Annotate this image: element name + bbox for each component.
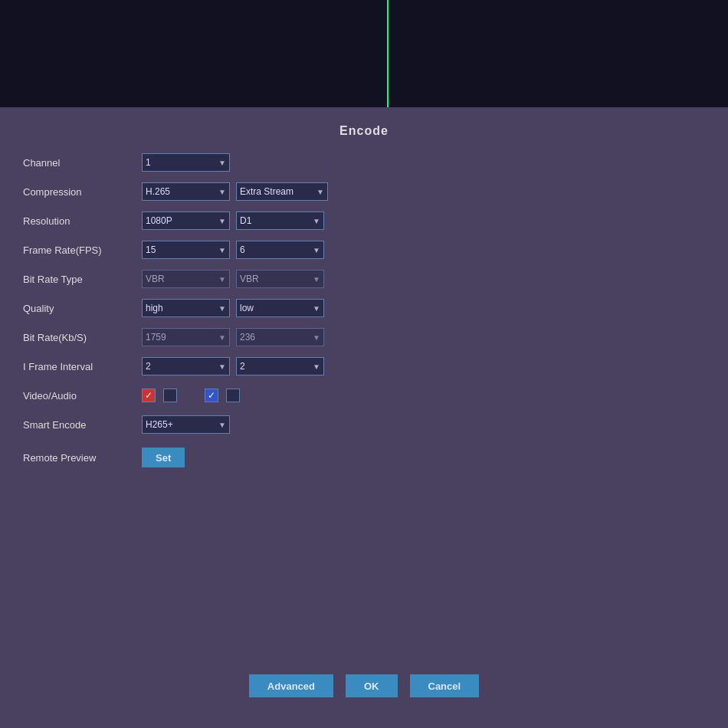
- channel-label: Channel: [23, 157, 142, 169]
- videoaudio-label: Video/Audio: [23, 390, 142, 402]
- quality-arrow2: ▼: [313, 304, 320, 313]
- bitratetype-value1: VBR: [146, 274, 165, 284]
- video1-check-icon: ✓: [145, 390, 152, 401]
- video2-checkbox-item: ✓: [205, 389, 218, 402]
- dialog-overlay: Encode Channel 1 ▼ Compression H.265 ▼: [0, 107, 728, 728]
- bitrate-select2[interactable]: 236 ▼: [236, 328, 324, 346]
- bitrate-value2: 236: [240, 332, 255, 343]
- framerate-arrow2: ▼: [313, 246, 320, 254]
- resolution-label: Resolution: [23, 215, 142, 227]
- set-button[interactable]: Set: [142, 448, 185, 467]
- iframe-select1[interactable]: 2 ▼: [142, 357, 230, 375]
- compression-select2[interactable]: Extra Stream ▼: [236, 182, 328, 201]
- smartencode-arrow: ▼: [218, 421, 226, 429]
- video1-checkbox[interactable]: ✓: [142, 389, 156, 402]
- bitrate-arrow1: ▼: [218, 333, 226, 342]
- resolution-arrow2: ▼: [313, 217, 320, 225]
- iframe-row: I Frame Interval 2 ▼ 2 ▼: [23, 354, 705, 379]
- bitrate-arrow2: ▼: [313, 333, 320, 342]
- bitratetype-arrow1: ▼: [218, 275, 226, 284]
- camera-preview: [0, 0, 728, 107]
- resolution-select2[interactable]: D1 ▼: [236, 212, 324, 230]
- vertical-line: [387, 0, 389, 107]
- compression-select1[interactable]: H.265 ▼: [142, 182, 230, 201]
- bitrate-value1: 1759: [146, 332, 166, 343]
- channel-row: Channel 1 ▼: [23, 150, 705, 175]
- smartencode-value: H265+: [146, 419, 173, 430]
- cancel-button[interactable]: Cancel: [410, 674, 480, 697]
- iframe-value2: 2: [240, 361, 245, 372]
- bitratetype-label: Bit Rate Type: [23, 274, 142, 285]
- compression-arrow2: ▼: [316, 188, 324, 196]
- quality-row: Quality high ▼ low ▼: [23, 296, 705, 320]
- bitratetype-value2: VBR: [240, 274, 259, 284]
- compression-row: Compression H.265 ▼ Extra Stream ▼: [23, 179, 705, 204]
- bitratetype-row: Bit Rate Type VBR ▼ VBR ▼: [23, 267, 705, 291]
- bitratetype-arrow2: ▼: [313, 275, 320, 284]
- resolution-arrow1: ▼: [218, 217, 226, 225]
- channel-value: 1: [146, 157, 151, 168]
- quality-select1[interactable]: high ▼: [142, 299, 230, 317]
- resolution-value2: D1: [240, 215, 251, 226]
- bitrate-row: Bit Rate(Kb/S) 1759 ▼ 236 ▼: [23, 325, 705, 349]
- bitratetype-select1[interactable]: VBR ▼: [142, 270, 230, 288]
- bitratetype-select2[interactable]: VBR ▼: [236, 270, 324, 288]
- iframe-value1: 2: [146, 361, 151, 372]
- quality-label: Quality: [23, 303, 142, 314]
- compression-value2: Extra Stream: [240, 186, 293, 197]
- bitrate-select1[interactable]: 1759 ▼: [142, 328, 230, 346]
- iframe-label: I Frame Interval: [23, 361, 142, 372]
- bitrate-label: Bit Rate(Kb/S): [23, 332, 142, 343]
- videoaudio-row: Video/Audio ✓ ✓: [23, 383, 705, 408]
- advanced-button[interactable]: Advanced: [249, 674, 333, 697]
- framerate-label: Frame Rate(FPS): [23, 244, 142, 256]
- framerate-arrow1: ▼: [218, 246, 226, 254]
- dialog-title: Encode: [8, 115, 720, 150]
- smartencode-label: Smart Encode: [23, 419, 142, 431]
- iframe-select2[interactable]: 2 ▼: [236, 357, 324, 375]
- video2-checkbox[interactable]: ✓: [205, 389, 218, 402]
- remote-preview-row: Remote Preview Set: [23, 448, 705, 467]
- framerate-value1: 15: [146, 244, 156, 255]
- channel-arrow: ▼: [218, 159, 226, 167]
- quality-value2: low: [240, 303, 254, 313]
- form-area: Channel 1 ▼ Compression H.265 ▼ Extra St…: [8, 150, 720, 467]
- framerate-select2[interactable]: 6 ▼: [236, 241, 324, 259]
- framerate-select1[interactable]: 15 ▼: [142, 241, 230, 259]
- audio2-checkbox[interactable]: [226, 389, 240, 402]
- video2-check-icon: ✓: [208, 390, 215, 401]
- compression-value1: H.265: [146, 186, 170, 197]
- smartencode-row: Smart Encode H265+ ▼: [23, 412, 705, 437]
- quality-arrow1: ▼: [218, 304, 226, 313]
- resolution-select1[interactable]: 1080P ▼: [142, 212, 230, 230]
- resolution-row: Resolution 1080P ▼ D1 ▼: [23, 208, 705, 233]
- resolution-value1: 1080P: [146, 215, 172, 226]
- ok-button[interactable]: OK: [346, 674, 398, 697]
- framerate-value2: 6: [240, 244, 245, 255]
- quality-select2[interactable]: low ▼: [236, 299, 324, 317]
- audio1-checkbox[interactable]: [163, 389, 177, 402]
- iframe-arrow1: ▼: [218, 362, 226, 371]
- compression-label: Compression: [23, 186, 142, 198]
- framerate-row: Frame Rate(FPS) 15 ▼ 6 ▼: [23, 238, 705, 262]
- audio2-checkbox-item: [226, 389, 240, 402]
- iframe-arrow2: ▼: [313, 362, 320, 371]
- video1-checkbox-item: ✓: [142, 389, 156, 402]
- channel-select[interactable]: 1 ▼: [142, 153, 230, 172]
- smartencode-select[interactable]: H265+ ▼: [142, 415, 230, 434]
- remote-preview-label: Remote Preview: [23, 452, 142, 464]
- encode-dialog: Encode Channel 1 ▼ Compression H.265 ▼: [8, 115, 720, 720]
- compression-arrow1: ▼: [218, 188, 226, 196]
- videoaudio-checkboxes: ✓ ✓: [142, 389, 240, 402]
- quality-value1: high: [146, 303, 163, 313]
- bottom-buttons: Advanced OK Cancel: [8, 674, 720, 697]
- audio1-checkbox-item: [163, 389, 177, 402]
